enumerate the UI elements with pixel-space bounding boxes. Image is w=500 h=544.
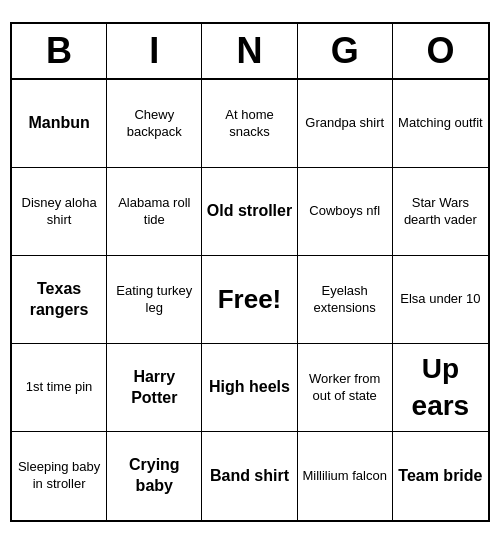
bingo-cell-19: Up ears bbox=[393, 344, 488, 432]
bingo-cell-14: Elsa under 10 bbox=[393, 256, 488, 344]
bingo-cell-8: Cowboys nfl bbox=[298, 168, 393, 256]
bingo-cell-15: 1st time pin bbox=[12, 344, 107, 432]
bingo-cell-22: Band shirt bbox=[202, 432, 297, 520]
bingo-cell-7: Old stroller bbox=[202, 168, 297, 256]
bingo-header: BINGO bbox=[12, 24, 488, 80]
bingo-cell-21: Crying baby bbox=[107, 432, 202, 520]
bingo-cell-10: Texas rangers bbox=[12, 256, 107, 344]
bingo-cell-24: Team bride bbox=[393, 432, 488, 520]
bingo-cell-20: Sleeping baby in stroller bbox=[12, 432, 107, 520]
bingo-cell-2: At home snacks bbox=[202, 80, 297, 168]
bingo-cell-9: Star Wars dearth vader bbox=[393, 168, 488, 256]
bingo-letter-o: O bbox=[393, 24, 488, 78]
bingo-cell-13: Eyelash extensions bbox=[298, 256, 393, 344]
bingo-cell-1: Chewy backpack bbox=[107, 80, 202, 168]
bingo-letter-g: G bbox=[298, 24, 393, 78]
bingo-letter-b: B bbox=[12, 24, 107, 78]
bingo-cell-4: Matching outfit bbox=[393, 80, 488, 168]
bingo-cell-0: Manbun bbox=[12, 80, 107, 168]
bingo-letter-n: N bbox=[202, 24, 297, 78]
bingo-cell-6: Alabama roll tide bbox=[107, 168, 202, 256]
bingo-cell-18: Worker from out of state bbox=[298, 344, 393, 432]
bingo-cell-17: High heels bbox=[202, 344, 297, 432]
bingo-grid: ManbunChewy backpackAt home snacksGrandp… bbox=[12, 80, 488, 520]
bingo-cell-3: Grandpa shirt bbox=[298, 80, 393, 168]
bingo-letter-i: I bbox=[107, 24, 202, 78]
bingo-cell-12: Free! bbox=[202, 256, 297, 344]
bingo-cell-5: Disney aloha shirt bbox=[12, 168, 107, 256]
bingo-cell-23: Millilium falcon bbox=[298, 432, 393, 520]
bingo-cell-16: Harry Potter bbox=[107, 344, 202, 432]
bingo-cell-11: Eating turkey leg bbox=[107, 256, 202, 344]
bingo-card: BINGO ManbunChewy backpackAt home snacks… bbox=[10, 22, 490, 522]
